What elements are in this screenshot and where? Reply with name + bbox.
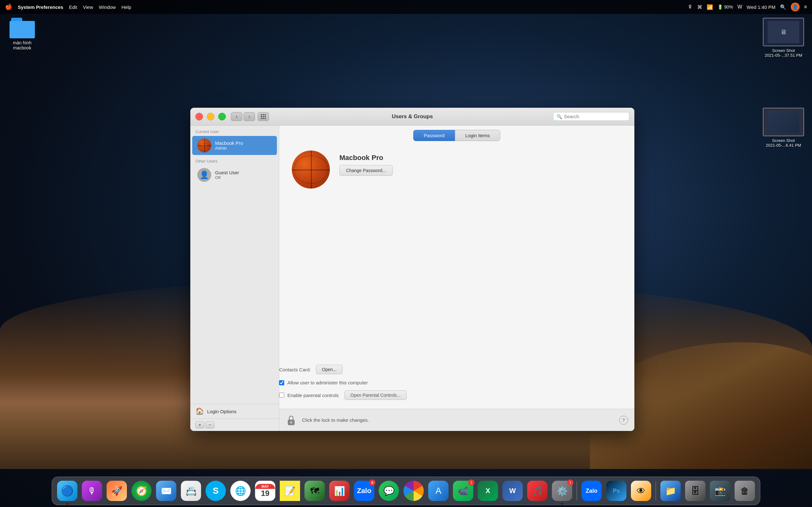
allow-admin-label: Allow user to administer this computer <box>287 380 368 385</box>
window-body: Current User Macbook Pro Admin Other Use… <box>190 125 635 431</box>
dock-mail[interactable]: ✉️ <box>155 480 177 502</box>
lock-icon[interactable] <box>286 414 297 427</box>
dock-maps[interactable]: 🗺 <box>303 480 326 502</box>
dock-finder[interactable]: 🔵 <box>56 480 79 502</box>
search-box[interactable]: 🔍 <box>553 112 629 121</box>
open-contacts-button[interactable]: Open... <box>316 365 343 374</box>
minimize-button[interactable] <box>207 113 214 120</box>
dock-appstore[interactable]: A <box>427 480 450 502</box>
wifi-icon[interactable]: 📶 <box>707 4 713 10</box>
dock-filecabinet[interactable]: 🗄 <box>684 480 707 502</box>
profile-section: Macbook Pro Change Password... <box>279 141 635 198</box>
current-user-item[interactable]: Macbook Pro Admin <box>192 136 277 155</box>
folder2-icon: 📁 <box>660 481 681 501</box>
password-tab[interactable]: Password <box>413 130 455 141</box>
current-user-role: Admin <box>215 146 243 151</box>
current-user-name: Macbook Pro <box>215 140 243 146</box>
window-titlebar: ‹ › Users & Groups 🔍 <box>190 108 635 125</box>
dock-chrome[interactable]: 🌐 <box>229 480 252 502</box>
menubar: 🍎 System Preferences Edit View Window He… <box>0 0 812 14</box>
dock-zalo[interactable]: Zalo 6 <box>353 480 375 502</box>
other-users-section-label: Other Users <box>190 155 279 165</box>
current-user-info: Macbook Pro Admin <box>215 140 243 151</box>
trash-icon: 🗑 <box>734 481 755 501</box>
dock-launchpad[interactable]: 🚀 <box>105 480 128 502</box>
remove-user-button[interactable]: − <box>206 421 214 429</box>
screenshot-icon: 📸 <box>710 481 730 501</box>
dock-safari[interactable]: 🧭 <box>130 480 153 502</box>
desktop: 🍎 System Preferences Edit View Window He… <box>0 0 812 507</box>
traffic-lights <box>195 113 226 120</box>
lock-svg <box>287 415 296 426</box>
menubar-window[interactable]: Window <box>99 4 116 10</box>
change-password-button[interactable]: Change Password... <box>339 165 393 176</box>
dock-screenshot[interactable]: 📸 <box>709 480 731 502</box>
dock-sysprefs[interactable]: ⚙️ 1 <box>551 480 573 502</box>
search-input[interactable] <box>564 114 626 119</box>
user-profile-icon[interactable]: 👤 <box>791 3 800 11</box>
dock-trash[interactable]: 🗑 <box>733 480 756 502</box>
dock-separator-2 <box>656 481 656 500</box>
menubar-app-name[interactable]: System Preferences <box>18 4 63 10</box>
dock-messages[interactable]: 💬 <box>377 480 400 502</box>
appstore-icon: A <box>428 481 449 501</box>
dock-skype[interactable]: S <box>204 480 227 502</box>
menubar-edit[interactable]: Edit <box>69 4 77 10</box>
dock-calendar[interactable]: MAY 19 <box>254 480 276 502</box>
dock-preview[interactable]: 👁 <box>629 480 653 502</box>
chrome-icon: 🌐 <box>230 481 251 501</box>
dock-siri[interactable]: 🎙 <box>81 480 103 502</box>
zalo-icon: Zalo 6 <box>354 481 374 501</box>
dock-music[interactable]: 🎵 <box>526 480 549 502</box>
desktop-folder-icon[interactable]: màn hình macbook <box>6 18 38 50</box>
back-button[interactable]: ‹ <box>231 112 242 121</box>
forward-button[interactable]: › <box>244 112 255 121</box>
screenshot2-icon[interactable]: Screen Shot 2021-05-...6.41 PM <box>761 108 806 148</box>
menubar-left: 🍎 System Preferences Edit View Window He… <box>5 3 131 10</box>
sysprefs-running-dot <box>561 503 563 505</box>
contacts-row: Contacts Card: Open... <box>279 361 635 377</box>
dock-excel[interactable]: X <box>476 480 499 502</box>
photoshop-icon: Ps <box>606 481 626 501</box>
apple-menu[interactable]: 🍎 <box>5 3 12 10</box>
dock-keynote[interactable]: 📊 <box>328 480 351 502</box>
dock-facetime[interactable]: 📹 1 <box>452 480 474 502</box>
dock-photoshop[interactable]: Ps <box>605 480 628 502</box>
control-center-icon[interactable]: ≡ <box>804 4 807 10</box>
dock-word[interactable]: W <box>501 480 524 502</box>
safari-icon: 🧭 <box>131 481 152 501</box>
guest-user-item[interactable]: 👤 Guest User Off <box>192 165 277 184</box>
folder-graphic <box>9 18 35 38</box>
dock-photos[interactable] <box>402 480 425 502</box>
login-items-tab[interactable]: Login Items <box>455 130 501 141</box>
dock-stickies[interactable]: 📝 <box>278 480 301 502</box>
add-user-button[interactable]: + <box>195 421 204 429</box>
parental-controls-row: Enable parental controls Open Parental C… <box>279 388 635 402</box>
parental-controls-checkbox[interactable] <box>279 393 284 398</box>
contacts-card-label: Contacts Card: <box>279 367 311 372</box>
open-parental-controls-button[interactable]: Open Parental Controls... <box>345 390 407 400</box>
dock-folder[interactable]: 📁 <box>659 480 682 502</box>
menubar-right: 🎙 ⌘ 📶 🔋 90% W Wed 1:40 PM 🔍 👤 ≡ <box>688 3 807 11</box>
screenshot1-icon[interactable]: 🖥 Screen Shot 2021-05-...37.51 PM <box>761 18 806 58</box>
search-menubar-icon[interactable]: 🔍 <box>780 4 786 10</box>
help-button[interactable]: ? <box>619 416 628 425</box>
dock-separator <box>577 481 577 500</box>
wechat-icon[interactable]: W <box>738 4 742 10</box>
close-button[interactable] <box>195 113 203 120</box>
grid-view-button[interactable] <box>258 112 269 121</box>
dictation-icon[interactable]: 🎙 <box>688 4 693 10</box>
menubar-view[interactable]: View <box>83 4 93 10</box>
battery-icon[interactable]: 🔋 90% <box>717 4 733 9</box>
dock-contacts[interactable]: 📇 <box>180 480 202 502</box>
login-options-item[interactable]: 🏠 Login Options <box>190 404 279 418</box>
window-bottom-bar: Click the lock to make changes. ? <box>279 409 635 431</box>
bluetooth-icon[interactable]: ⌘ <box>697 4 702 10</box>
allow-admin-checkbox[interactable] <box>279 380 284 385</box>
screenshot2-thumb <box>763 108 804 136</box>
siri-icon: 🎙 <box>82 481 102 501</box>
dock-zalo2[interactable]: Zalo <box>580 480 603 502</box>
lock-text: Click the lock to make changes. <box>302 417 369 423</box>
maximize-button[interactable] <box>218 113 226 120</box>
menubar-help[interactable]: Help <box>121 4 131 10</box>
